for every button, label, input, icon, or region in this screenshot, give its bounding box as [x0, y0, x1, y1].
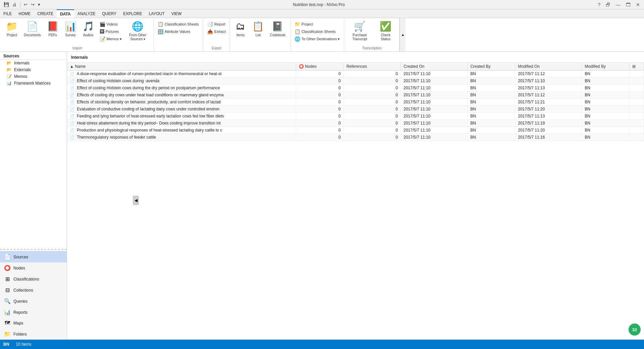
videos-btn[interactable]: 🎬 Videos	[98, 21, 124, 28]
sidebar-tree-memos[interactable]: 📝 Memos	[0, 73, 67, 80]
memos-btn[interactable]: 📝 Memos ▾	[98, 36, 124, 42]
menu-analyze[interactable]: ANALYZE	[74, 9, 99, 18]
print-icon[interactable]: 🖨	[11, 1, 18, 8]
col-header-created-by[interactable]: Created By	[468, 63, 515, 70]
row-created-by-4: BN	[468, 99, 515, 106]
menu-view[interactable]: VIEW	[168, 9, 185, 18]
help-button[interactable]: ?	[596, 1, 602, 8]
table-container[interactable]: ▲ Name ⭕ Nodes References Created On Cre…	[67, 63, 644, 340]
to-other-destinations-btn[interactable]: 🌐 To Other Destinations ▾	[292, 36, 342, 42]
col-header-references[interactable]: References	[343, 63, 401, 70]
col-header-nodes[interactable]: ⭕ Nodes	[296, 63, 343, 70]
sidebar-tree-framework[interactable]: 📊 Framework Matrices	[0, 80, 67, 87]
maximize-button[interactable]: 🗖	[625, 1, 632, 8]
nodes-col-icon: ⭕	[299, 64, 304, 69]
row-modified-by-8: BN	[582, 127, 630, 134]
report-btn[interactable]: 📑 Report	[205, 21, 228, 28]
table-row[interactable]: 📄 Effect of cooling Holstein cows during…	[67, 85, 644, 92]
sidebar-tree-internals[interactable]: 📂 Internals	[0, 60, 67, 66]
pdfs-btn[interactable]: 📕 PDFs	[44, 19, 61, 43]
sidebar-nav-maps[interactable]: 🗺 Maps	[0, 318, 67, 329]
survey-btn[interactable]: 📊 Survey	[62, 19, 79, 43]
row-refs-8: 0	[343, 127, 401, 134]
col-header-modified-on[interactable]: Modified On	[515, 63, 582, 70]
table-row[interactable]: 📄 Heat-stress abatement during the dry p…	[67, 120, 644, 127]
menu-file[interactable]: FILE	[0, 9, 15, 18]
menu-data[interactable]: DATA	[57, 9, 74, 18]
attribute-values-btn[interactable]: 🔢 Attribute Values	[156, 28, 201, 35]
row-nodes-2: 0	[296, 85, 343, 92]
items-btn[interactable]: 🗂 Items	[232, 19, 249, 43]
sources-nav-label: Sources	[13, 255, 28, 259]
pictures-label: Pictures	[106, 30, 119, 34]
sidebar-nav-folders[interactable]: 📁 Folders	[0, 329, 67, 340]
restore-button[interactable]: 🗗	[604, 1, 612, 8]
table-row[interactable]: 📄 Feeding and lying behavior of heat-str…	[67, 113, 644, 120]
internals-label: Internals	[14, 61, 30, 65]
export-group: 📑 Report 📤 Extract Export	[203, 18, 230, 51]
table-row[interactable]: 📄 Effects of stocking density on behavio…	[67, 99, 644, 106]
menu-home[interactable]: HOME	[15, 9, 34, 18]
purchase-transcript-btn[interactable]: 🛒 Purchase Transcript	[346, 19, 373, 43]
close-button[interactable]: ✕	[635, 1, 641, 8]
menu-query[interactable]: QUERY	[99, 9, 119, 18]
row-created-by-8: BN	[468, 127, 515, 134]
minimize-button[interactable]: —	[614, 1, 622, 8]
documents-btn[interactable]: 📄 Documents	[21, 19, 44, 43]
row-refs-6: 0	[343, 113, 401, 120]
codebook-btn[interactable]: 📓 Codebook	[267, 19, 288, 43]
to-other-destinations-icon: 🌐	[294, 36, 300, 42]
green-circle-btn[interactable]: 32	[629, 323, 641, 336]
row-created-by-9: BN	[468, 134, 515, 141]
table-row[interactable]: 📄 Thermoregulatory responses of feeder c…	[67, 134, 644, 141]
menu-layout[interactable]: LAYOUT	[146, 9, 168, 18]
col-header-name[interactable]: ▲ Name	[67, 63, 296, 70]
col-header-modified-by[interactable]: Modified By	[582, 63, 630, 70]
row-icon-1: 📄	[70, 79, 74, 83]
menu-explore[interactable]: EXPLORE	[120, 9, 146, 18]
sidebar-nav-sources[interactable]: 📄 Sources	[0, 251, 67, 262]
externals-tree-icon: 📂	[7, 67, 12, 72]
from-other-sources-btn[interactable]: 🌐 From Other Sources ▾	[124, 19, 151, 43]
table-row[interactable]: 📄 Evaluation of conductive cooling of la…	[67, 106, 644, 113]
table-row[interactable]: 📄 Production and physiological responses…	[67, 127, 644, 134]
pdfs-icon: 📕	[47, 21, 59, 32]
extract-btn[interactable]: 📤 Extract	[205, 28, 228, 35]
sidebar-nav-reports[interactable]: 📊 Reports	[0, 307, 67, 318]
table-row[interactable]: 📄 Effect of cooling Holstein cows during…	[67, 78, 644, 85]
row-created-on-9: 2017/5/7 11:10	[401, 134, 468, 141]
project-btn[interactable]: 📁 Project	[3, 19, 20, 43]
menu-create[interactable]: CREATE	[34, 9, 57, 18]
pictures-btn[interactable]: 🖼 Pictures	[98, 28, 124, 35]
sidebar-nav-queries[interactable]: 🔍 Queries	[0, 296, 67, 307]
classification-sheets-export-btn[interactable]: 📋 Classification Sheets	[292, 28, 342, 35]
import-group-title: Import	[3, 45, 151, 50]
sidebar-tree-externals[interactable]: 📂 Externals	[0, 66, 67, 73]
sidebar-bottom: 📄 Sources ⭕ Nodes ⊞ Classifications ⊟ Co…	[0, 251, 67, 340]
extract-icon: 📤	[207, 29, 213, 34]
audios-btn[interactable]: 🎵 Audios	[80, 19, 97, 43]
table-row[interactable]: 📄 Effects of cooling dry cows under heat…	[67, 92, 644, 99]
sidebar-nav-collections[interactable]: ⊟ Collections	[0, 285, 67, 296]
table-row[interactable]: 📄 A dose-response evaluation of rumen-pr…	[67, 70, 644, 78]
row-created-by-3: BN	[468, 92, 515, 99]
import-group: 📁 Project 📄 Documents 📕 PDFs 📊 Survey 🎵 …	[1, 18, 154, 51]
classification-sheets-btn[interactable]: 📋 Classification Sheets	[156, 21, 201, 28]
col-header-created-on[interactable]: Created On	[401, 63, 468, 70]
save-icon[interactable]: 💾	[3, 1, 10, 8]
col-header-options[interactable]: ⊞	[630, 63, 644, 70]
undo-icon[interactable]: ↩	[23, 1, 29, 8]
project-export-btn[interactable]: 📁 Project	[292, 21, 342, 28]
sidebar-nav-classifications[interactable]: ⊞ Classifications	[0, 273, 67, 285]
redo-icon[interactable]: ↪	[30, 1, 36, 8]
row-modified-on-0: 2017/5/7 11:12	[515, 70, 582, 78]
row-modified-by-4: BN	[582, 99, 630, 106]
list-btn[interactable]: 📋 List	[250, 19, 267, 43]
check-status-btn[interactable]: ✅ Check Status	[374, 19, 397, 43]
ribbon-scroll-up[interactable]: ▲	[399, 18, 406, 51]
row-created-on-4: 2017/5/7 11:10	[401, 99, 468, 106]
quick-access-dropdown-icon[interactable]: ▾	[37, 1, 41, 8]
sidebar-collapse-btn[interactable]: ◀	[133, 196, 139, 205]
row-created-on-8: 2017/5/7 11:10	[401, 127, 468, 134]
sidebar-nav-nodes[interactable]: ⭕ Nodes	[0, 262, 67, 273]
